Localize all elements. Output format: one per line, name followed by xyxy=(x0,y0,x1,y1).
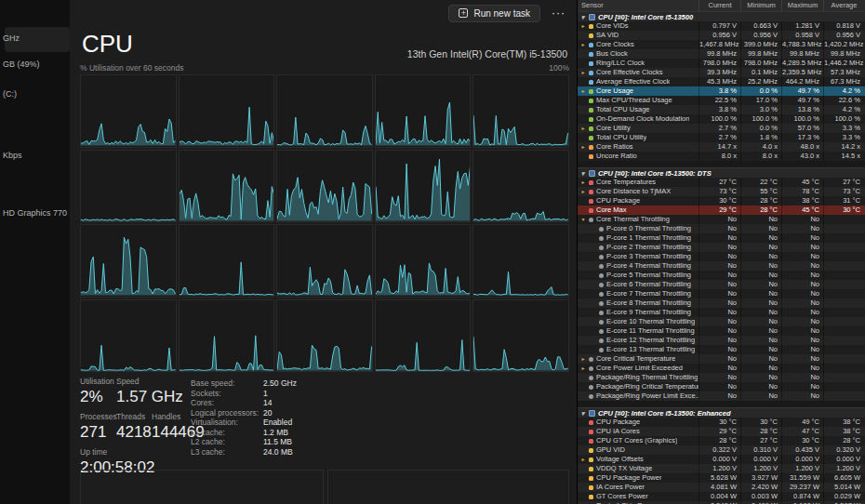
sensor-label: Core Thermal Throttling xyxy=(596,215,670,224)
sensor-row[interactable]: Max CPU/Thread Usage 22.5 % 17.0 % 49.7 … xyxy=(578,96,865,105)
sensor-row[interactable]: Uncore Ratio 8.0 x 8.0 x 43.0 x 14.5 x xyxy=(578,152,865,161)
sensor-row[interactable]: SA VID 0.956 V 0.956 V 0.958 V 0.956 V xyxy=(578,31,865,40)
sensor-row[interactable]: P-core 3 Thermal Throttling No No No xyxy=(578,252,865,261)
run-new-task-button[interactable]: Run new task xyxy=(448,5,540,22)
sensor-row[interactable]: E-core 12 Thermal Throttling No No No xyxy=(578,336,865,345)
expand-arrow-icon[interactable]: ▸ xyxy=(580,178,586,187)
sensor-minimum-value: 4.0 x xyxy=(740,142,781,152)
sidebar-item-fragment[interactable]: HD Graphics 770 xyxy=(3,208,67,218)
sensor-section-header[interactable]: ▾ CPU [#0]: Intel Core i5-13500: DTS xyxy=(578,167,865,178)
sensor-row[interactable]: ▸ Voltage Offsets 0.000 V 0.000 V 0.000 … xyxy=(578,455,865,464)
sensor-row[interactable]: Bus Clock 99.8 MHz 99.8 MHz 99.8 MHz 99.… xyxy=(578,49,865,59)
sensor-average-value: 1.200 V xyxy=(823,464,864,473)
sensor-maximum-value: No xyxy=(781,326,823,336)
utilisation-sparkline xyxy=(81,225,176,297)
sensor-row[interactable]: E-core 10 Thermal Throttling No No No xyxy=(578,317,865,326)
sensor-row[interactable]: ▸ Core Power Limit Exceeded No No No xyxy=(578,364,865,373)
sensor-row[interactable]: E-core 11 Thermal Throttling No No No xyxy=(578,326,865,336)
sensor-row[interactable]: E-core 8 Thermal Throttling No No No xyxy=(578,298,865,308)
sensor-row[interactable]: Ring/LLC Clock 798.0 MHz 798.0 MHz 4,289… xyxy=(578,59,865,68)
sensor-row[interactable]: CPU GT Cores (Graphics) 28 °C 27 °C 30 °… xyxy=(578,436,865,445)
expand-arrow-icon[interactable]: ▾ xyxy=(580,215,586,224)
collapse-arrow-icon[interactable]: ▾ xyxy=(579,408,586,418)
sidebar-item-fragment[interactable]: GB (49%) xyxy=(3,60,40,69)
column-header-maximum[interactable]: Maximum xyxy=(781,0,823,11)
column-header-minimum[interactable]: Minimum xyxy=(740,0,781,11)
expand-arrow-icon[interactable]: ▸ xyxy=(580,142,586,152)
expand-arrow-icon[interactable]: ▸ xyxy=(580,187,586,196)
sensor-row[interactable]: ▸ Core Ratios 14.7 x 4.0 x 48.0 x 14.2 x xyxy=(578,142,865,152)
expand-arrow-icon[interactable]: ▸ xyxy=(580,455,586,464)
temp-icon xyxy=(589,199,593,204)
sidebar-item-fragment[interactable]: GHz xyxy=(3,33,20,43)
sensor-current-value: No xyxy=(699,233,740,243)
cpu-core-graph-cell xyxy=(179,150,275,223)
throttle-icon xyxy=(599,338,604,343)
sensor-minimum-value: 3.927 W xyxy=(740,473,781,483)
expand-arrow-icon[interactable]: ▸ xyxy=(580,86,586,96)
column-header-average[interactable]: Average xyxy=(823,0,864,11)
sensor-row[interactable]: IA Cores Power 4.081 W 2.420 W 29.237 W … xyxy=(578,483,865,492)
expand-arrow-icon[interactable]: ▸ xyxy=(580,124,586,133)
sensor-row[interactable]: Package/Ring Thermal Throttling No No No xyxy=(578,373,865,382)
column-header-current[interactable]: Current xyxy=(699,0,740,11)
sensor-row[interactable]: Total CPU Usage 3.8 % 3.0 % 13.8 % 4.2 % xyxy=(578,105,865,114)
sensor-row[interactable]: CPU Package 30 °C 30 °C 49 °C 38 °C xyxy=(578,418,865,427)
sensor-current-value: 3.8 % xyxy=(699,105,740,114)
sensor-row[interactable]: Average Effective Clock 45.3 MHz 25.2 MH… xyxy=(578,77,865,86)
sensor-row[interactable]: CPU Package Power 5.628 W 3.927 W 31.559… xyxy=(578,473,865,483)
sensor-section-header[interactable]: ▾ CPU [#0]: Intel Core i5-13500 xyxy=(578,11,865,21)
sensor-row[interactable]: CPU Package 30 °C 28 °C 38 °C 31 °C xyxy=(578,196,865,206)
sensor-row[interactable]: E-core 13 Thermal Throttling No No No xyxy=(578,345,865,354)
throttle-icon xyxy=(589,357,593,362)
sensor-row[interactable]: E-core 7 Thermal Throttling No No No xyxy=(578,289,865,298)
sensor-row[interactable]: VDDQ TX Voltage 1.200 V 1.200 V 1.200 V … xyxy=(578,464,865,473)
detail-label: Virtualisation: xyxy=(191,418,263,428)
expand-arrow-icon[interactable]: ▸ xyxy=(580,364,586,373)
sensor-row[interactable]: P-core 5 Thermal Throttling No No No xyxy=(578,271,865,280)
sensor-maximum-value: 0.000 V xyxy=(781,455,823,464)
sensor-label: CPU Package xyxy=(596,418,640,427)
sensor-name-cell: Max CPU/Thread Usage xyxy=(578,96,699,105)
expand-arrow-icon[interactable]: ▸ xyxy=(580,21,586,31)
sensor-row[interactable]: E-core 9 Thermal Throttling No No No xyxy=(578,308,865,317)
sensor-section-header[interactable]: ▾ CPU [#0]: Intel Core i5-13500: Enhance… xyxy=(578,407,865,418)
sensor-row[interactable]: CPU IA Cores 29 °C 28 °C 47 °C 38 °C xyxy=(578,427,865,436)
expand-arrow-icon[interactable]: ▸ xyxy=(580,354,586,364)
sensor-row[interactable]: ▸ Core Critical Temperature No No No xyxy=(578,354,865,364)
sensor-row[interactable]: ▸ Core VIDs 0.797 V 0.663 V 1.281 V 0.81… xyxy=(578,21,865,31)
sensor-row[interactable]: Total CPU Utility 2.7 % 1.8 % 17.3 % 3.3… xyxy=(578,133,865,142)
sensor-label: E-core 11 Thermal Throttling xyxy=(606,326,695,336)
sensor-row[interactable]: ▸ Core Clocks 1,467.8 MHz 399.0 MHz 4,78… xyxy=(578,40,865,49)
sensor-average-value: 30 °C xyxy=(823,206,864,215)
expand-arrow-icon[interactable]: ▸ xyxy=(580,68,586,77)
collapse-arrow-icon[interactable]: ▾ xyxy=(579,12,586,22)
sensor-row[interactable]: Package/Ring Critical Temperature No No … xyxy=(578,382,865,391)
sensor-minimum-value: No xyxy=(740,326,781,336)
expand-arrow-icon[interactable]: ▸ xyxy=(580,40,586,49)
sensor-label: GT Cores Power xyxy=(596,492,648,501)
sensor-row[interactable]: ▾ Core Thermal Throttling No No No xyxy=(578,215,865,224)
sidebar-item-fragment[interactable]: (C:) xyxy=(3,89,17,99)
collapse-arrow-icon[interactable]: ▾ xyxy=(579,168,586,179)
sidebar-item-fragment[interactable]: Kbps xyxy=(3,151,22,160)
cpu-graph-grid[interactable] xyxy=(80,74,569,372)
sensor-row[interactable]: ▸ Core Distance to TjMAX 73 °C 55 °C 78 … xyxy=(578,187,865,196)
sensor-row[interactable]: Package/Ring Power Limit Exce... No No N… xyxy=(578,391,865,401)
sensor-row[interactable]: ▸ Core Usage 3.8 % 0.0 % 49.7 % 4.2 % xyxy=(578,86,865,96)
more-options-icon[interactable]: ··· xyxy=(552,7,566,20)
sensor-row[interactable]: On-Demand Clock Modulation 100.0 % 100.0… xyxy=(578,114,865,124)
sensor-row[interactable]: ▸ Core Temperatures 27 °C 22 °C 45 °C 27… xyxy=(578,178,865,187)
sensor-minimum-value: 0.310 V xyxy=(740,445,781,455)
sensor-row[interactable]: P-core 1 Thermal Throttling No No No xyxy=(578,233,865,243)
sensor-row[interactable]: GPU VID 0.322 V 0.310 V 0.435 V 0.320 V xyxy=(578,445,865,455)
sensor-row[interactable]: ▸ Core Effective Clocks 39.3 MHz 0.1 MHz… xyxy=(578,68,865,77)
sensor-row[interactable]: P-core 0 Thermal Throttling No No No xyxy=(578,224,865,233)
sensor-row[interactable]: Core Max 29 °C 28 °C 45 °C 30 °C xyxy=(578,206,865,215)
column-header-sensor[interactable]: Sensor xyxy=(578,0,699,11)
sensor-row[interactable]: P-core 2 Thermal Throttling No No No xyxy=(578,243,865,252)
sensor-row[interactable]: ▸ Core Utility 2.7 % 0.0 % 57.0 % 3.3 % xyxy=(578,124,865,133)
sensor-row[interactable]: P-core 4 Thermal Throttling No No No xyxy=(578,261,865,271)
sensor-row[interactable]: GT Cores Power 0.004 W 0.003 W 0.874 W 0… xyxy=(578,492,865,501)
sensor-row[interactable]: E-core 6 Thermal Throttling No No No xyxy=(578,280,865,289)
